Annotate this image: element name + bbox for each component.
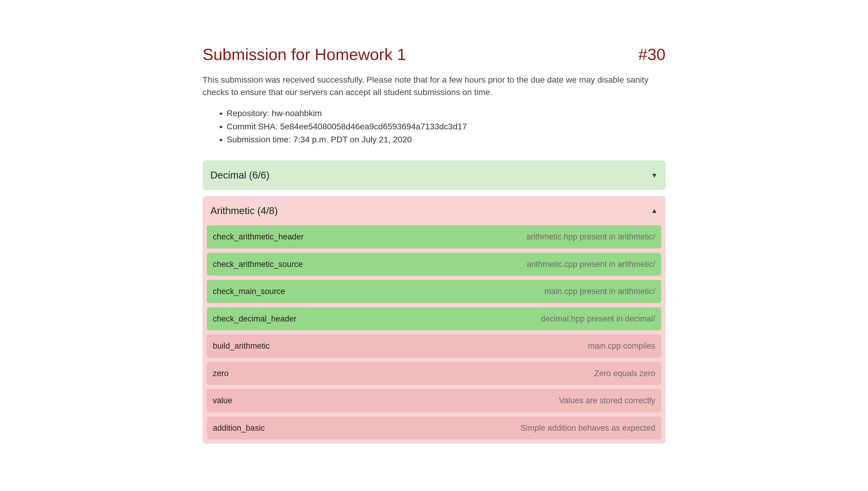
repository-label: Repository: bbox=[227, 109, 270, 118]
chevron-down-icon: ▼ bbox=[651, 170, 658, 180]
test-row[interactable]: build_arithmetic main.cpp compiles bbox=[207, 335, 661, 358]
test-desc: arithmetic.cpp present in arithmetic/ bbox=[527, 258, 655, 270]
time-label: Submission time: bbox=[227, 135, 291, 144]
metadata-repository: Repository: hw-noahbkim bbox=[227, 107, 665, 120]
test-desc: main.cpp compiles bbox=[588, 340, 655, 352]
test-desc: decimal.hpp present in decimal/ bbox=[541, 313, 655, 325]
test-row[interactable]: check_decimal_header decimal.hpp present… bbox=[207, 307, 661, 330]
main-container: Submission for Homework 1 #30 This submi… bbox=[190, 0, 678, 462]
test-name: build_arithmetic bbox=[213, 340, 270, 352]
test-row[interactable]: addition_basic Simple addition behaves a… bbox=[207, 416, 661, 440]
test-name: check_arithmetic_header bbox=[213, 231, 304, 243]
section-arithmetic: Arithmetic (4/8) ▲ check_arithmetic_head… bbox=[203, 196, 665, 444]
test-list: check_arithmetic_header arithmetic.hpp p… bbox=[203, 225, 665, 444]
metadata-list: Repository: hw-noahbkim Commit SHA: 5e84… bbox=[203, 107, 665, 146]
section-title: Decimal (6/6) bbox=[210, 168, 270, 183]
header-row: Submission for Homework 1 #30 bbox=[203, 42, 665, 67]
test-desc: Values are stored correctly bbox=[559, 395, 655, 407]
test-desc: main.cpp present in arithmetic/ bbox=[544, 285, 655, 298]
page-title: Submission for Homework 1 bbox=[203, 42, 406, 67]
metadata-commit: Commit SHA: 5e84ee54080058d46ea9cd659369… bbox=[227, 120, 665, 133]
section-title: Arithmetic (4/8) bbox=[210, 203, 278, 219]
test-name: check_decimal_header bbox=[213, 313, 297, 325]
test-name: zero bbox=[213, 367, 229, 380]
test-row[interactable]: check_arithmetic_header arithmetic.hpp p… bbox=[207, 225, 661, 249]
section-header-decimal[interactable]: Decimal (6/6) ▼ bbox=[203, 161, 665, 190]
test-name: addition_basic bbox=[213, 422, 265, 434]
section-decimal: Decimal (6/6) ▼ bbox=[203, 161, 665, 190]
time-value: 7:34 p.m. PDT on July 21, 2020 bbox=[293, 135, 412, 144]
test-name: check_arithmetic_source bbox=[213, 258, 303, 270]
submission-number: #30 bbox=[638, 42, 665, 67]
section-header-arithmetic[interactable]: Arithmetic (4/8) ▲ bbox=[203, 196, 665, 226]
test-row[interactable]: value Values are stored correctly bbox=[207, 389, 661, 412]
test-row[interactable]: check_main_source main.cpp present in ar… bbox=[207, 280, 661, 303]
repository-value: hw-noahbkim bbox=[272, 109, 322, 118]
chevron-up-icon: ▲ bbox=[651, 206, 658, 215]
test-desc: Simple addition behaves as expected bbox=[521, 422, 655, 434]
test-desc: arithmetic.hpp present in arithmetic/ bbox=[526, 231, 655, 243]
test-name: check_main_source bbox=[213, 285, 285, 298]
test-row[interactable]: check_arithmetic_source arithmetic.cpp p… bbox=[207, 253, 661, 276]
submission-description: This submission was received successfull… bbox=[203, 74, 665, 98]
test-name: value bbox=[213, 395, 232, 407]
metadata-time: Submission time: 7:34 p.m. PDT on July 2… bbox=[227, 133, 665, 146]
commit-label: Commit SHA: bbox=[227, 122, 278, 131]
commit-value: 5e84ee54080058d46ea9cd6593694a7133dc3d17 bbox=[280, 122, 467, 131]
test-row[interactable]: zero Zero equals zero bbox=[207, 362, 661, 385]
test-desc: Zero equals zero bbox=[594, 367, 655, 380]
